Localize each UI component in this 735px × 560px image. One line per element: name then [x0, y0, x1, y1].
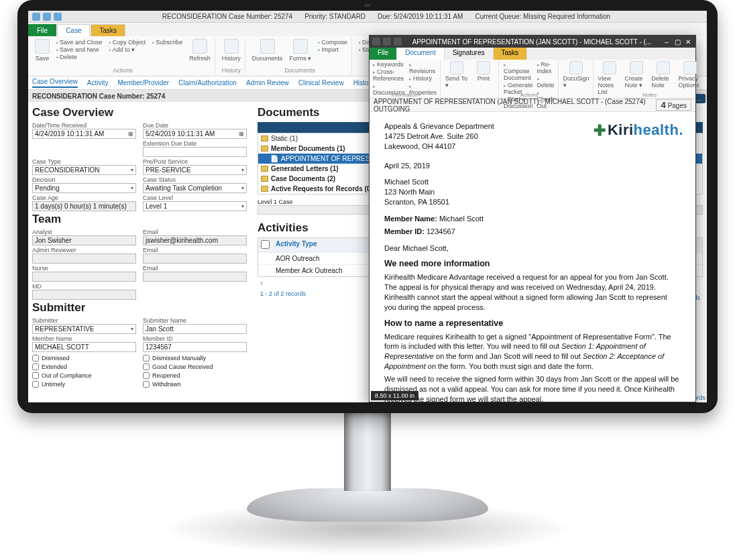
- qa-icon[interactable]: [383, 38, 391, 46]
- calendar-icon[interactable]: ▦: [239, 131, 244, 137]
- check-dismissed-man[interactable]: Dismissed Manually: [143, 355, 247, 361]
- subnav-activity[interactable]: Activity: [87, 79, 109, 87]
- doc-start-discussion-button[interactable]: Start a Discussion: [504, 96, 533, 109]
- chevron-down-icon[interactable]: ▾: [241, 167, 244, 173]
- import-button[interactable]: Import: [318, 46, 347, 53]
- folder-icon: [261, 135, 268, 142]
- history-button[interactable]: History: [222, 39, 241, 62]
- create-note-button[interactable]: Create Note ▾: [625, 61, 648, 89]
- compose-button[interactable]: Compose: [318, 39, 347, 46]
- cross-references-button[interactable]: Cross-References: [373, 68, 405, 82]
- chevron-down-icon[interactable]: ▾: [241, 185, 244, 191]
- check-untimely[interactable]: Untimely: [32, 381, 136, 388]
- revisions-button[interactable]: Revisions: [409, 61, 437, 74]
- subnav-admin-review[interactable]: Admin Review: [246, 79, 289, 87]
- check-withdrawn[interactable]: Withdrawn: [143, 381, 247, 388]
- chevron-down-icon[interactable]: ▾: [241, 203, 244, 209]
- field-dtr[interactable]: 4/24/2019 10:11:31 AM▦: [32, 129, 136, 139]
- field-ext[interactable]: [143, 147, 247, 157]
- delete-button[interactable]: Delete: [56, 54, 103, 60]
- maximize-button[interactable]: ▢: [673, 38, 682, 46]
- doc-history-button[interactable]: History: [409, 75, 437, 82]
- qa-icon-1[interactable]: [32, 13, 40, 21]
- docwin-tab-signatures[interactable]: Signatures: [445, 48, 494, 60]
- left-column: Case Overview Date/Time Received4/24/201…: [32, 105, 247, 402]
- folder-icon: [261, 176, 268, 182]
- subnav-claim-authorization[interactable]: Claim/Authorization: [178, 79, 237, 87]
- documents-button[interactable]: Documents: [252, 39, 283, 62]
- docusign-button[interactable]: DocuSign ▾: [563, 61, 589, 89]
- field-case-level[interactable]: Level 1▾: [143, 201, 247, 211]
- label-member-name: Member Name: [32, 335, 136, 342]
- qa-icon-3[interactable]: [54, 13, 62, 21]
- doc-delete-button[interactable]: Delete: [537, 75, 555, 89]
- qa-icon[interactable]: [372, 38, 380, 46]
- titlebar-quick-icons: [32, 13, 62, 21]
- label-member-id: Member ID: [143, 335, 247, 342]
- tab-file[interactable]: File: [28, 24, 56, 36]
- value-member-id: 1234567: [146, 343, 172, 351]
- value-prepost: PRE-SERVICE: [146, 166, 191, 174]
- check-out-of-compliance[interactable]: Out of Compliance: [32, 372, 136, 379]
- field-case-type[interactable]: RECONSIDERATION▾: [32, 165, 136, 175]
- field-decision[interactable]: Pending▾: [32, 183, 136, 193]
- recipient-name: Michael Scott: [384, 177, 681, 187]
- qa-icon[interactable]: [394, 38, 402, 46]
- field-submitter-name[interactable]: Jan Scott: [143, 324, 247, 334]
- compose-document-button[interactable]: Compose Document: [504, 61, 533, 81]
- field-member-id[interactable]: 1234567: [143, 342, 247, 352]
- check-dismissed[interactable]: Dismissed: [32, 355, 136, 361]
- refresh-button[interactable]: Refresh: [189, 39, 211, 62]
- activity-select-all[interactable]: [261, 240, 270, 249]
- doc-pages-label: Pages: [668, 102, 687, 109]
- tab-case[interactable]: Case: [57, 24, 90, 36]
- notes-icon: [603, 61, 616, 74]
- check-reopened[interactable]: Reopened: [143, 372, 247, 379]
- docwin-title: APPOINTMENT OF REPRESENTATION (JAN SCOTT…: [407, 38, 657, 46]
- subnav-member-provider[interactable]: Member/Provider: [117, 79, 169, 87]
- check-good-cause[interactable]: Good Cause Received: [143, 363, 247, 370]
- send-to-button[interactable]: Send To ▾: [445, 61, 468, 89]
- re-index-button[interactable]: Re-Index: [537, 61, 555, 74]
- doc-print-button[interactable]: Print: [472, 61, 495, 82]
- field-prepost[interactable]: PRE-SERVICE▾: [143, 165, 247, 175]
- view-notes-button[interactable]: View Notes List: [598, 61, 621, 95]
- save-button[interactable]: Save: [35, 39, 50, 62]
- screen: RECONSIDERATION Case Number: 25274 Prior…: [28, 11, 707, 402]
- ribbon-actions-title: Actions: [31, 67, 215, 74]
- docwin-titlebar[interactable]: APPOINTMENT OF REPRESENTATION (JAN SCOTT…: [370, 36, 695, 48]
- qa-icon-2[interactable]: [43, 13, 51, 21]
- subscribe-button[interactable]: Subscribe: [152, 39, 182, 46]
- docwin-tab-file[interactable]: File: [370, 48, 397, 60]
- calendar-icon[interactable]: ▦: [128, 131, 133, 137]
- field-nurse-email: [143, 272, 247, 282]
- field-case-status[interactable]: Awaiting Task Completion▾: [143, 183, 247, 193]
- field-due[interactable]: 5/24/2019 10:11:31 AM▦: [143, 129, 247, 139]
- add-to-button[interactable]: Add to ▾: [109, 46, 146, 53]
- close-button[interactable]: ✕: [683, 38, 693, 46]
- doc-pages-badge[interactable]: 4Pages: [656, 99, 691, 111]
- chevron-down-icon[interactable]: ▾: [131, 167, 133, 173]
- copy-object-button[interactable]: Copy Object: [109, 39, 146, 46]
- privacy-options-button[interactable]: Privacy Options: [679, 61, 701, 89]
- subnav-case-overview[interactable]: Case Overview: [32, 78, 78, 88]
- chevron-down-icon[interactable]: ▾: [131, 326, 133, 332]
- minimize-button[interactable]: –: [662, 38, 671, 46]
- docwin-tab-document[interactable]: Document: [397, 48, 445, 60]
- check-extended[interactable]: Extended: [32, 363, 136, 370]
- chevron-down-icon[interactable]: ▾: [131, 185, 133, 191]
- delete-note-button[interactable]: Delete Note: [652, 61, 675, 89]
- medical-cross-icon: ✚: [593, 122, 606, 139]
- keywords-button[interactable]: Keywords: [373, 61, 405, 68]
- document-page[interactable]: ✚Kirihealth. Appeals & Grievance Departm…: [370, 112, 695, 402]
- subnav-clinical-review[interactable]: Clinical Review: [298, 79, 344, 87]
- save-and-new-button[interactable]: Save and New: [56, 46, 103, 53]
- letter-p3: We will need to receive the signed form …: [384, 374, 681, 402]
- save-and-close-button[interactable]: Save and Close: [56, 39, 103, 46]
- tab-tasks[interactable]: Tasks: [91, 24, 125, 36]
- field-member-name[interactable]: MICHAEL SCOTT: [32, 342, 136, 352]
- docrib-group-actions: Compose Document Generate Packet Start a…: [500, 60, 559, 98]
- forms-button[interactable]: Forms ▾: [289, 39, 311, 62]
- docwin-tab-tasks[interactable]: Tasks: [494, 48, 528, 60]
- field-submitter[interactable]: REPRESENTATIVE▾: [32, 324, 136, 334]
